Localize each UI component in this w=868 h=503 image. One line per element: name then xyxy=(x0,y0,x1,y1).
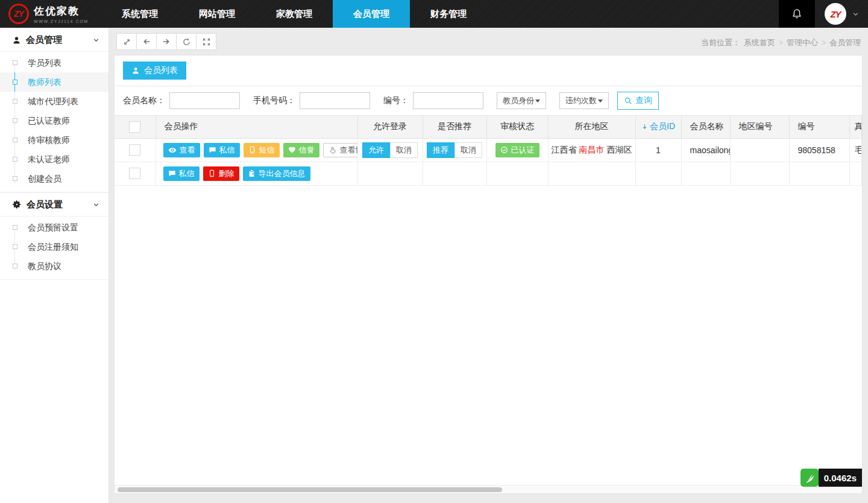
sidebar-item-member-reserve-settings[interactable]: 会员预留设置 xyxy=(0,218,108,237)
eye-icon xyxy=(168,146,177,154)
breadcrumb-member-management[interactable]: 会员管理 xyxy=(829,37,861,48)
col-login-header: 允许登录 xyxy=(357,116,423,138)
sidebar-item-create-member[interactable]: 创建会员 xyxy=(0,169,108,188)
sidebar-item-teacher-list[interactable]: 教师列表 xyxy=(0,72,108,92)
sidebar: 会员管理 学员列表 教师列表 城市代理列表 已认证教师 待审核教师 未认证老师 … xyxy=(0,28,109,503)
toolbar xyxy=(116,33,216,50)
allow-login-button[interactable]: 允许 xyxy=(362,142,390,158)
sidebar-item-pending-teachers[interactable]: 待审核教师 xyxy=(0,130,108,150)
phone-number-input[interactable] xyxy=(300,92,370,109)
status-badge: 已认证 xyxy=(495,143,539,157)
resize-diagonal-icon xyxy=(122,37,131,46)
nav-item-finance[interactable]: 财务管理 xyxy=(410,0,487,28)
delete-button[interactable]: 删除 xyxy=(203,166,239,181)
sidebar-item-student-list[interactable]: 学员列表 xyxy=(0,53,108,72)
gears-icon xyxy=(12,200,22,209)
chat-icon xyxy=(168,169,176,177)
cancel-recommend-button[interactable]: 取消 xyxy=(454,142,482,158)
sidebar-item-city-agent-list[interactable]: 城市代理列表 xyxy=(0,92,108,111)
mobile-phone-icon xyxy=(208,169,216,177)
user-icon xyxy=(131,66,140,75)
brand-subtitle: WWW.ZYJJ114.COM xyxy=(34,19,89,24)
nav-item-tutoring[interactable]: 家教管理 xyxy=(256,0,333,28)
breadcrumb-separator: > xyxy=(822,39,826,47)
member-id-cell: 1 xyxy=(635,138,681,162)
forward-button[interactable] xyxy=(156,33,177,50)
sidebar-item-uncertified-teachers[interactable]: 未认证老师 xyxy=(0,150,108,169)
notifications-button[interactable] xyxy=(779,0,815,28)
tab-member-list[interactable]: 会员列表 xyxy=(123,62,186,80)
col-code-header: 编号 xyxy=(789,116,849,138)
view-button[interactable]: 查看 xyxy=(163,143,200,157)
tab-row: 会员列表 xyxy=(115,55,862,86)
sidebar-group-member-management: 学员列表 教师列表 城市代理列表 已认证教师 待审核教师 未认证老师 创建会员 xyxy=(0,52,108,192)
code-label: 编号： xyxy=(383,95,409,106)
search-label: 查询 xyxy=(635,95,652,106)
export-clipboard-icon xyxy=(248,169,256,177)
select-all-checkbox[interactable] xyxy=(129,121,140,133)
back-button[interactable] xyxy=(136,33,157,50)
member-name-input[interactable] xyxy=(169,92,240,109)
user-icon xyxy=(12,36,21,45)
private-message-button[interactable]: 私信 xyxy=(163,166,200,181)
avatar: ZY xyxy=(825,3,846,25)
brand-title: 佐优家教 xyxy=(34,4,89,18)
cancel-login-button[interactable]: 取消 xyxy=(390,142,418,158)
breach-count-value: 违约次数 xyxy=(565,95,597,106)
filter-bar: 会员名称： 手机号码： 编号： 教员身份 违约次数 查询 xyxy=(115,86,862,116)
real-name-cell: 毛 xyxy=(849,138,862,162)
mobile-phone-icon xyxy=(248,146,256,154)
breadcrumb-separator: > xyxy=(779,39,783,47)
row-checkbox[interactable] xyxy=(129,144,140,156)
table-header-row: 会员操作 允许登录 是否推荐 审核状态 所在地区 会员ID 会员名称 地区编号 … xyxy=(115,116,862,138)
row-checkbox[interactable] xyxy=(129,168,140,179)
col-actions-header: 会员操作 xyxy=(156,116,357,138)
scrollbar-thumb[interactable] xyxy=(118,487,502,492)
view-agreement-button[interactable]: 查看协议 xyxy=(323,143,358,157)
col-member-name-header: 会员名称 xyxy=(681,116,730,138)
bulk-actions-row: 私信 删除 导出会员信息 xyxy=(115,162,862,185)
member-row: 查看 私信 短信 信誉 xyxy=(115,138,862,162)
brand-logo-icon: ZY xyxy=(8,4,29,24)
credit-button[interactable]: 信誉 xyxy=(283,143,319,157)
login-toggle-cell: 允许 取消 xyxy=(357,138,423,162)
search-button[interactable]: 查询 xyxy=(617,92,659,110)
sidebar-item-certified-teachers[interactable]: 已认证教师 xyxy=(0,111,108,130)
sidebar-item-member-registration-notice[interactable]: 会员注册须知 xyxy=(0,237,108,256)
private-message-button[interactable]: 私信 xyxy=(204,143,240,157)
breadcrumb-home[interactable]: 系统首页 xyxy=(744,37,775,48)
teacher-identity-value: 教员身份 xyxy=(503,95,534,106)
horizontal-scrollbar[interactable] xyxy=(115,485,862,493)
nav-item-website[interactable]: 网站管理 xyxy=(178,0,256,28)
sms-button[interactable]: 短信 xyxy=(244,143,280,157)
select-all-cell xyxy=(115,116,156,138)
user-menu[interactable]: ZY xyxy=(815,3,868,25)
brand[interactable]: ZY 佐优家教 WWW.ZYJJ114.COM xyxy=(0,0,101,28)
recommend-button[interactable]: 推荐 xyxy=(427,142,454,158)
row-select-cell xyxy=(115,162,156,185)
refresh-button[interactable] xyxy=(176,33,197,50)
bell-icon xyxy=(791,8,803,20)
heart-icon xyxy=(288,146,296,154)
row-actions-cell: 查看 私信 短信 信誉 xyxy=(156,138,357,162)
breach-count-select[interactable]: 违约次数 xyxy=(559,92,609,109)
col-region-code-header: 地区编号 xyxy=(730,116,789,138)
breadcrumb-admin-center[interactable]: 管理中心 xyxy=(787,37,818,48)
nav-item-system[interactable]: 系统管理 xyxy=(101,0,178,28)
breadcrumb: 当前位置： 系统首页 > 管理中心 > 会员管理 xyxy=(701,37,861,48)
sidebar-item-teacher-agreement[interactable]: 教员协议 xyxy=(0,256,108,276)
topbar: ZY 佐优家教 WWW.ZYJJ114.COM 系统管理 网站管理 家教管理 会… xyxy=(0,0,868,28)
thinkphp-logo-icon xyxy=(800,469,819,487)
sidebar-section-member-management[interactable]: 会员管理 xyxy=(0,28,108,52)
teacher-identity-select[interactable]: 教员身份 xyxy=(497,92,546,109)
row-actions-cell: 私信 删除 导出会员信息 xyxy=(156,162,357,185)
performance-badge: 0.0462s xyxy=(800,469,862,487)
fullscreen-button[interactable] xyxy=(196,33,216,50)
code-input[interactable] xyxy=(413,92,483,109)
resize-button[interactable] xyxy=(116,33,137,50)
export-member-info-button[interactable]: 导出会员信息 xyxy=(243,166,310,181)
nav-item-member[interactable]: 会员管理 xyxy=(333,0,410,28)
sort-member-id[interactable]: 会员ID xyxy=(641,121,675,132)
sidebar-section-title: 会员设置 xyxy=(27,199,87,210)
sidebar-section-member-settings[interactable]: 会员设置 xyxy=(0,192,108,217)
